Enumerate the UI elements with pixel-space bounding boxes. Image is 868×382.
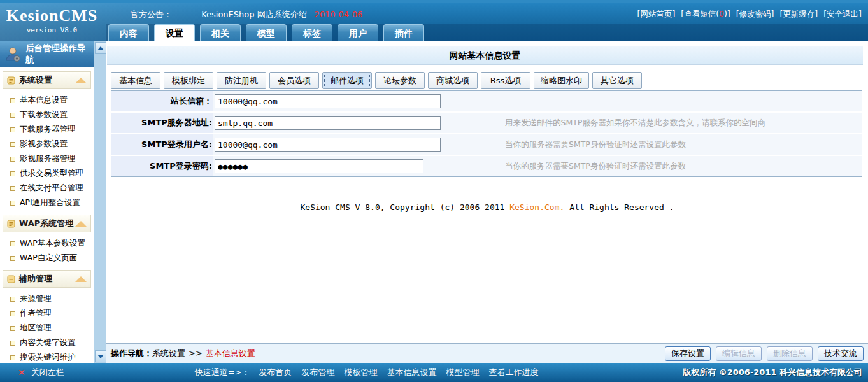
bottom-status-bar: ✕ 关闭左栏 快速通道=>： 发布首页 发布管理 模板管理 基本信息设置 模型管… bbox=[0, 363, 868, 382]
action-button[interactable]: 保存设置 bbox=[665, 346, 711, 361]
action-button[interactable]: 编辑信息 bbox=[716, 346, 762, 361]
settings-tab[interactable]: 缩略图水印 bbox=[534, 72, 589, 89]
sidebar-item[interactable]: WAP自定义页面 bbox=[0, 251, 94, 265]
bullet-icon bbox=[10, 127, 15, 132]
quick-link[interactable]: 模板管理 bbox=[345, 367, 378, 378]
field-label: SMTP服务器地址: bbox=[111, 113, 213, 133]
logo-version: version V8.0 bbox=[0, 26, 104, 34]
sidebar-header: 后台管理操作导航 bbox=[0, 41, 94, 67]
sidebar-item-label: WAP自定义页面 bbox=[20, 253, 77, 264]
section-title: WAP系统管理 bbox=[19, 218, 73, 229]
sidebar-item[interactable]: 下载服务器管理 bbox=[0, 122, 94, 137]
bullet-icon bbox=[10, 311, 15, 316]
nav-tab[interactable]: 插件 bbox=[383, 24, 424, 41]
settings-tab[interactable]: 其它选项 bbox=[592, 72, 642, 89]
sidebar-item[interactable]: 内容关键字设置 bbox=[0, 336, 94, 350]
bullet-icon bbox=[10, 171, 15, 176]
settings-tab[interactable]: 基本信息 bbox=[111, 72, 160, 89]
quick-links: 发布首页 发布管理 模板管理 基本信息设置 模型管理 查看工作进度 bbox=[259, 367, 539, 378]
quick-link[interactable]: 查看工作进度 bbox=[489, 367, 539, 378]
field-hint: 当你的服务器需要SMTP身份验证时还需设置此参数 bbox=[505, 161, 686, 172]
close-sidebar-label: 关闭左栏 bbox=[31, 367, 64, 378]
copyright-line: KeSion CMS V 8.0, Copyright (c) 2006-201… bbox=[106, 202, 868, 212]
announcement-link[interactable]: KesionEShop 网店系统介绍 bbox=[201, 10, 307, 19]
collapse-arrow-icon[interactable] bbox=[75, 78, 87, 83]
action-button[interactable]: 技术交流 bbox=[818, 346, 864, 361]
logout-link[interactable]: [安全退出] bbox=[823, 9, 862, 18]
sidebar-section-wap-management[interactable]: WAP系统管理 bbox=[3, 215, 91, 232]
settings-tab[interactable]: 论坛参数 bbox=[375, 72, 425, 89]
kesioncms-admin-window: KesionCMS version V8.0 官方公告： KesionEShop… bbox=[0, 0, 868, 382]
view-sms-link[interactable]: [查看短信(0)] bbox=[681, 9, 730, 18]
settings-tab[interactable]: Rss选项 bbox=[481, 72, 530, 89]
bullet-icon bbox=[10, 142, 15, 147]
page-title: 网站基本信息设置 bbox=[107, 46, 863, 65]
smtp-server-input[interactable] bbox=[215, 116, 441, 130]
change-password-link[interactable]: [修改密码] bbox=[736, 9, 774, 18]
settings-tab[interactable]: 邮件选项 bbox=[322, 72, 372, 89]
scroll-up-button[interactable] bbox=[95, 42, 106, 54]
field-label: SMTP登录用户名: bbox=[111, 134, 213, 155]
sidebar-item-label: 地区管理 bbox=[20, 323, 52, 334]
sidebar-item[interactable]: 作者管理 bbox=[0, 306, 94, 321]
sidebar-item[interactable]: 基本信息设置 bbox=[0, 93, 94, 108]
settings-tab[interactable]: 商城选项 bbox=[428, 72, 478, 89]
quick-link[interactable]: 模型管理 bbox=[446, 367, 480, 378]
section-icon bbox=[7, 275, 15, 283]
nav-tab[interactable]: 标签 bbox=[292, 24, 332, 41]
nav-tab[interactable]: 用户 bbox=[338, 24, 378, 41]
quick-link[interactable]: 发布管理 bbox=[302, 367, 335, 378]
settings-tab[interactable]: 模板绑定 bbox=[164, 72, 213, 89]
sidebar-item[interactable]: API通用整合设置 bbox=[0, 195, 94, 210]
sidebar-item[interactable]: 在线支付平台管理 bbox=[0, 181, 94, 195]
sidebar-panel: 系统设置 基本信息设置 下载参数设置 下载服务器管理 影视参数设置 影视服务器管… bbox=[0, 67, 94, 363]
action-button[interactable]: 删除信息 bbox=[767, 346, 813, 361]
sidebar-item[interactable]: WAP基本参数设置 bbox=[0, 236, 94, 251]
announcement-label: 官方公告： bbox=[131, 10, 172, 19]
field-control: 用来发送邮件的SMTP服务器如果你不清楚此参数含义，请联系你的空间商 bbox=[213, 113, 862, 133]
nav-tab[interactable]: 模型 bbox=[246, 24, 287, 41]
sidebar-item[interactable]: 供求交易类型管理 bbox=[0, 166, 94, 181]
sidebar-item-label: 在线支付平台管理 bbox=[20, 183, 83, 194]
kesion-site-link[interactable]: KeSion.Com. bbox=[509, 202, 564, 212]
section-icon bbox=[7, 76, 15, 85]
arrow-up-icon bbox=[97, 46, 104, 50]
close-sidebar-button[interactable]: ✕ 关闭左栏 bbox=[18, 367, 64, 378]
webmaster-email-input[interactable] bbox=[215, 94, 441, 108]
sidebar-item[interactable]: 地区管理 bbox=[0, 321, 94, 336]
sidebar-item[interactable]: 影视服务器管理 bbox=[0, 152, 94, 166]
bullet-icon bbox=[10, 113, 15, 118]
sms-count-badge: 0 bbox=[719, 9, 724, 18]
settings-tab[interactable]: 会员选项 bbox=[269, 72, 319, 89]
sidebar-item[interactable]: 搜索关键词维护 bbox=[0, 350, 94, 363]
main-nav-tabs: 内容 设置 相关 模型 标签 用户 插件 bbox=[108, 24, 424, 41]
copyright-text-suffix: All Rights Reserved . bbox=[564, 202, 674, 212]
scroll-down-button[interactable] bbox=[95, 350, 106, 362]
sidebar-item[interactable]: 下载参数设置 bbox=[0, 108, 94, 122]
sidebar-item[interactable]: 影视参数设置 bbox=[0, 137, 94, 152]
sidebar-scrollbar[interactable] bbox=[94, 41, 107, 363]
logo: KesionCMS version V8.0 bbox=[0, 3, 104, 41]
smtp-username-input[interactable] bbox=[215, 138, 441, 152]
sidebar-section-system-settings[interactable]: 系统设置 bbox=[3, 71, 91, 89]
collapse-arrow-icon[interactable] bbox=[75, 221, 87, 227]
nav-tab[interactable]: 内容 bbox=[108, 24, 149, 41]
settings-tab[interactable]: 防注册机 bbox=[217, 72, 266, 89]
collapse-arrow-icon[interactable] bbox=[75, 276, 87, 282]
form-row: SMTP登录用户名: 当你的服务器需要SMTP身份验证时还需设置此参数 bbox=[111, 134, 862, 156]
home-link[interactable]: [网站首页] bbox=[637, 9, 676, 18]
sidebar-item[interactable]: 来源管理 bbox=[0, 292, 94, 306]
sidebar-section-auxiliary-management[interactable]: 辅助管理 bbox=[3, 270, 91, 288]
quick-link[interactable]: 基本信息设置 bbox=[387, 367, 437, 378]
breadcrumb-label: 操作导航： bbox=[111, 348, 152, 358]
nav-tab[interactable]: 设置 bbox=[154, 24, 195, 41]
section-title: 系统设置 bbox=[19, 74, 52, 86]
sidebar-item-label: 搜索关键词维护 bbox=[20, 352, 76, 363]
update-cache-link[interactable]: [更新缓存] bbox=[779, 9, 818, 18]
sidebar-menu: 来源管理 作者管理 地区管理 内容关键字设置 搜索关键词维护 定时任务管理 bbox=[0, 292, 94, 363]
nav-tab[interactable]: 相关 bbox=[200, 24, 241, 41]
quick-link[interactable]: 发布首页 bbox=[259, 367, 292, 378]
sidebar: 后台管理操作导航 系统设置 基本信息设置 下载参数设置 下载服务器管理 bbox=[0, 41, 94, 363]
settings-tabs: 基本信息 模板绑定 防注册机 会员选项 邮件选项 论坛参数 商城选项 Rss选项… bbox=[111, 72, 868, 89]
smtp-password-input[interactable] bbox=[215, 159, 423, 173]
